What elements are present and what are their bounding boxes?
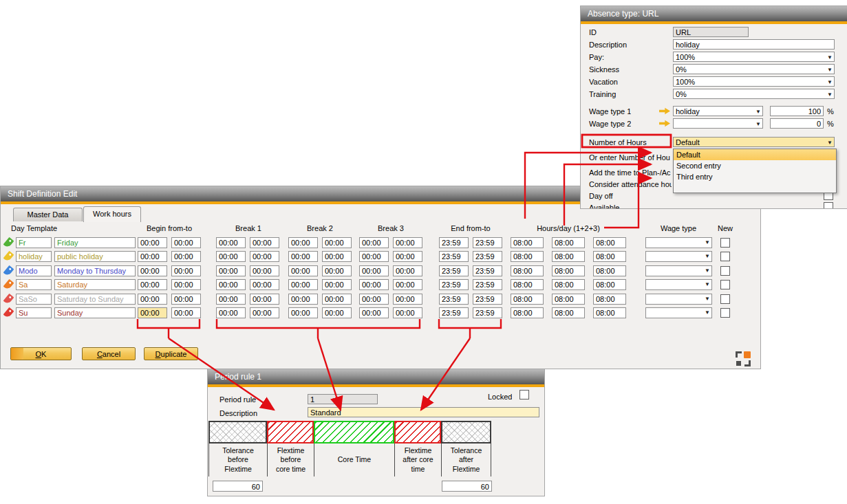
time-cell[interactable]: 00:00 — [171, 265, 201, 276]
time-cell[interactable]: 00:00 — [322, 265, 352, 276]
day-code-field[interactable]: SaSo — [16, 294, 52, 305]
time-cell[interactable]: 00:00 — [250, 251, 279, 262]
time-cell[interactable]: 00:00 — [171, 294, 201, 305]
time-cell[interactable]: 08:00 — [552, 294, 585, 305]
time-cell[interactable]: 08:00 — [552, 237, 585, 248]
day-code-field[interactable]: Su — [16, 307, 52, 318]
new-checkbox[interactable] — [720, 308, 730, 318]
time-cell[interactable]: 23:59 — [439, 294, 469, 305]
time-cell[interactable]: 08:00 — [593, 279, 626, 290]
wage-type-2-pct-field[interactable]: 0 — [770, 118, 824, 129]
time-cell[interactable]: 00:00 — [138, 265, 167, 276]
time-cell[interactable]: 08:00 — [593, 265, 626, 276]
time-cell[interactable]: 00:00 — [359, 294, 389, 305]
wage-type-select[interactable]: ▼ — [645, 265, 712, 276]
dropdown-option[interactable]: Third entry — [674, 171, 836, 182]
time-cell[interactable]: 00:00 — [322, 279, 352, 290]
time-cell[interactable]: 00:00 — [171, 237, 201, 248]
time-cell[interactable]: 00:00 — [393, 251, 422, 262]
new-checkbox[interactable] — [720, 266, 730, 276]
day-code-field[interactable]: Sa — [16, 279, 52, 290]
time-cell[interactable]: 23:59 — [439, 251, 469, 262]
time-cell[interactable]: 00:00 — [250, 279, 279, 290]
absence-window-titlebar[interactable]: Absence type: URL — [581, 6, 847, 21]
day-code-field[interactable]: holiday — [16, 251, 52, 262]
time-cell[interactable]: 08:00 — [511, 294, 544, 305]
locked-checkbox[interactable] — [519, 390, 529, 399]
description-field[interactable]: Standard — [308, 407, 539, 417]
time-cell[interactable]: 08:00 — [511, 251, 544, 262]
time-cell[interactable]: 08:00 — [552, 251, 585, 262]
time-cell[interactable]: 00:00 — [393, 237, 422, 248]
time-cell[interactable]: 00:00 — [359, 265, 389, 276]
time-cell[interactable]: 08:00 — [552, 279, 585, 290]
day-code-field[interactable]: Fr — [16, 237, 52, 248]
time-cell[interactable]: 00:00 — [138, 279, 167, 290]
time-cell[interactable]: 00:00 — [288, 237, 318, 248]
time-cell[interactable]: 00:00 — [216, 294, 246, 305]
number-of-hours-select[interactable]: Default ▼ — [673, 137, 835, 147]
time-cell[interactable]: 08:00 — [511, 237, 544, 248]
wage-type-select[interactable]: ▼ — [645, 307, 712, 318]
time-cell[interactable]: 00:00 — [138, 237, 167, 248]
vacation-select[interactable]: 100% ▼ — [673, 76, 835, 87]
time-cell[interactable]: 08:00 — [593, 237, 626, 248]
time-cell[interactable]: 08:00 — [552, 265, 585, 276]
wage-type-2-select[interactable]: ▼ — [673, 118, 763, 129]
time-cell[interactable]: 00:00 — [216, 237, 246, 248]
form-mode-icon[interactable] — [736, 351, 751, 366]
dropdown-option[interactable]: Second entry — [674, 160, 836, 171]
time-cell[interactable]: 08:00 — [593, 307, 626, 318]
day-name-field[interactable]: Friday — [54, 237, 136, 248]
time-cell[interactable]: 00:00 — [288, 307, 318, 318]
day-name-field[interactable]: Saturday — [54, 279, 136, 290]
tab-master-data[interactable]: Master Data — [13, 208, 83, 221]
time-cell[interactable]: 00:00 — [393, 307, 422, 318]
time-cell[interactable]: 00:00 — [393, 279, 422, 290]
time-cell[interactable]: 00:00 — [359, 251, 389, 262]
time-cell[interactable]: 08:00 — [511, 279, 544, 290]
wage-type-1-pct-field[interactable]: 100 — [770, 106, 824, 116]
new-checkbox[interactable] — [720, 238, 730, 248]
wage-type-select[interactable]: ▼ — [645, 294, 712, 305]
training-select[interactable]: 0% ▼ — [673, 89, 835, 99]
ok-button[interactable]: OK — [10, 347, 72, 360]
wage-type-1-select[interactable]: holiday ▼ — [673, 106, 763, 116]
time-cell[interactable]: 00:00 — [216, 279, 246, 290]
time-cell[interactable]: 00:00 — [216, 265, 246, 276]
new-checkbox[interactable] — [720, 252, 730, 261]
time-cell[interactable]: 00:00 — [322, 237, 352, 248]
wage-type-select[interactable]: ▼ — [645, 279, 712, 290]
time-cell[interactable]: 23:59 — [473, 237, 502, 248]
time-cell[interactable]: 23:59 — [439, 265, 469, 276]
time-cell[interactable]: 00:00 — [322, 251, 352, 262]
time-cell[interactable]: 00:00 — [171, 279, 201, 290]
description-field[interactable]: holiday — [673, 39, 835, 50]
time-cell[interactable]: 00:00 — [288, 279, 318, 290]
time-cell[interactable]: 00:00 — [288, 265, 318, 276]
time-cell[interactable]: 23:59 — [473, 251, 502, 262]
cancel-button[interactable]: Cancel — [82, 347, 136, 360]
checkbox[interactable] — [824, 202, 833, 209]
time-cell[interactable]: 23:59 — [439, 237, 469, 248]
time-cell[interactable]: 00:00 — [171, 307, 201, 318]
time-cell[interactable]: 08:00 — [593, 294, 626, 305]
sickness-select[interactable]: 0% ▼ — [673, 64, 835, 74]
time-cell[interactable]: 00:00 — [288, 251, 318, 262]
time-cell[interactable]: 08:00 — [511, 307, 544, 318]
time-cell[interactable]: 23:59 — [439, 307, 469, 318]
time-cell[interactable]: 00:00 — [216, 307, 246, 318]
time-cell[interactable]: 08:00 — [511, 265, 544, 276]
time-cell[interactable]: 00:00 — [250, 265, 279, 276]
day-code-field[interactable]: Modo — [16, 265, 52, 276]
duplicate-button[interactable]: Duplicate — [144, 347, 198, 360]
time-cell[interactable]: 00:00 — [288, 294, 318, 305]
new-checkbox[interactable] — [720, 280, 730, 289]
time-cell[interactable]: 00:00 — [393, 265, 422, 276]
link-arrow-icon[interactable] — [659, 120, 670, 127]
day-name-field[interactable]: Monday to Thursday — [54, 265, 136, 276]
day-name-field[interactable]: public holiday — [54, 251, 136, 262]
day-name-field[interactable]: Sunday — [54, 307, 136, 318]
time-cell[interactable]: 23:59 — [473, 307, 502, 318]
time-cell[interactable]: 00:00 — [359, 237, 389, 248]
